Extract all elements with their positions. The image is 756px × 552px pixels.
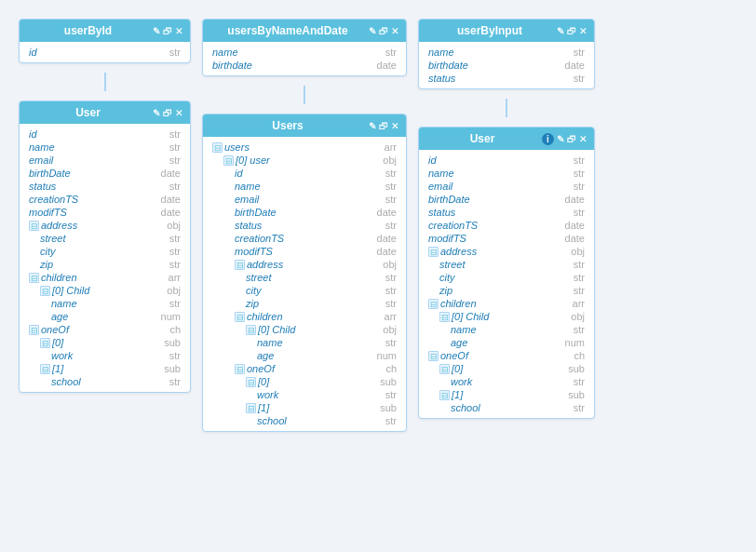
field-name: city bbox=[428, 272, 455, 283]
field-name: ⊟[0] bbox=[428, 363, 463, 374]
expand-icon[interactable]: ⊟ bbox=[439, 312, 450, 322]
card-usersbyname-title: usersByNameAndDate bbox=[210, 24, 365, 37]
expand-icon[interactable]: ⊟ bbox=[29, 221, 39, 231]
card-userbyinput-icons[interactable]: ✎ 🗗 ✕ bbox=[557, 26, 587, 36]
expand-icon[interactable]: ⊟ bbox=[428, 299, 439, 309]
field-name: ⊟address bbox=[29, 220, 77, 231]
expand-icon[interactable]: ⊟ bbox=[246, 377, 256, 387]
card-user-right-body: idstr namestr emailstr birthDatedate sta… bbox=[419, 150, 594, 418]
pencil-icon[interactable]: ✎ bbox=[369, 26, 376, 36]
expand-icon[interactable]: ⊟ bbox=[439, 390, 450, 400]
field-type: str bbox=[169, 350, 181, 361]
field-type: date bbox=[377, 60, 397, 71]
table-row: workstr bbox=[20, 349, 190, 362]
field-name: ⊟oneOf bbox=[29, 324, 69, 335]
table-row: ⊟[0]sub bbox=[419, 362, 594, 375]
field-type: ch bbox=[169, 324, 181, 335]
link-icon[interactable]: 🗗 bbox=[379, 121, 388, 131]
field-name: school bbox=[212, 415, 287, 426]
field-name: zip bbox=[212, 298, 259, 309]
pencil-icon[interactable]: ✎ bbox=[153, 108, 160, 118]
expand-icon[interactable]: ⊟ bbox=[29, 273, 39, 283]
close-icon[interactable]: ✕ bbox=[579, 26, 587, 36]
field-type: arr bbox=[385, 141, 397, 153]
card-userbyid-header: userById ✎ 🗗 ✕ bbox=[20, 20, 190, 42]
card-users-icons[interactable]: ✎ 🗗 ✕ bbox=[369, 121, 398, 131]
field-name: age bbox=[428, 337, 467, 348]
expand-icon[interactable]: ⊟ bbox=[212, 142, 223, 153]
pencil-icon[interactable]: ✎ bbox=[369, 121, 376, 131]
link-icon[interactable]: 🗗 bbox=[567, 134, 576, 144]
close-icon[interactable]: ✕ bbox=[391, 26, 398, 36]
field-type: ch bbox=[385, 363, 397, 374]
table-row: namestr bbox=[20, 297, 190, 310]
close-icon[interactable]: ✕ bbox=[579, 134, 587, 144]
table-row: ⊟[0] userobj bbox=[203, 154, 406, 167]
field-name: age bbox=[212, 350, 274, 361]
field-type: obj bbox=[571, 246, 585, 257]
field-name: status bbox=[212, 220, 262, 231]
expand-icon[interactable]: ⊟ bbox=[40, 286, 50, 296]
table-row: statusstr bbox=[419, 206, 594, 219]
table-row: ⊟oneOfch bbox=[419, 349, 594, 362]
field-name: ⊟address bbox=[212, 259, 283, 270]
expand-icon[interactable]: ⊟ bbox=[235, 312, 245, 322]
pencil-icon[interactable]: ✎ bbox=[557, 26, 564, 36]
field-name: zip bbox=[428, 285, 452, 296]
link-icon[interactable]: 🗗 bbox=[567, 26, 576, 36]
link-icon[interactable]: 🗗 bbox=[163, 108, 172, 118]
field-type: str bbox=[169, 141, 181, 153]
table-row: ⊟usersarr bbox=[203, 141, 406, 154]
field-type: str bbox=[169, 233, 181, 244]
field-type: num bbox=[377, 350, 397, 361]
close-icon[interactable]: ✕ bbox=[175, 26, 182, 36]
expand-icon[interactable]: ⊟ bbox=[428, 351, 439, 361]
expand-icon[interactable]: ⊟ bbox=[40, 338, 50, 348]
card-usersbyname-icons[interactable]: ✎ 🗗 ✕ bbox=[369, 26, 398, 36]
field-name: ⊟oneOf bbox=[428, 350, 468, 361]
link-icon[interactable]: 🗗 bbox=[379, 26, 388, 36]
field-type: str bbox=[385, 220, 397, 231]
expand-icon[interactable]: ⊟ bbox=[439, 364, 450, 374]
card-userbyid-icons[interactable]: ✎ 🗗 ✕ bbox=[153, 26, 182, 36]
field-type: num bbox=[161, 311, 181, 322]
table-row: modifTSdate bbox=[203, 245, 406, 258]
expand-icon[interactable]: ⊟ bbox=[246, 403, 256, 413]
expand-icon[interactable]: ⊟ bbox=[235, 260, 245, 270]
field-type: str bbox=[574, 402, 585, 413]
expand-icon[interactable]: ⊟ bbox=[40, 364, 50, 374]
table-row: statusstr bbox=[419, 72, 594, 85]
table-row: ⊟addressobj bbox=[203, 258, 406, 271]
field-name: creationTS bbox=[212, 233, 284, 244]
card-user-left-icons[interactable]: ✎ 🗗 ✕ bbox=[153, 108, 182, 118]
expand-icon[interactable]: ⊟ bbox=[428, 247, 439, 257]
info-icon[interactable]: i bbox=[542, 133, 554, 145]
field-type: str bbox=[169, 246, 181, 257]
card-usersbyname-header: usersByNameAndDate ✎ 🗗 ✕ bbox=[203, 20, 406, 42]
field-type: str bbox=[169, 181, 181, 192]
field-name: modifTS bbox=[29, 207, 67, 218]
pencil-icon[interactable]: ✎ bbox=[153, 26, 160, 36]
field-type: str bbox=[574, 376, 585, 387]
link-icon[interactable]: 🗗 bbox=[163, 26, 172, 36]
field-name: id bbox=[29, 128, 37, 140]
field-name: modifTS bbox=[212, 246, 273, 257]
expand-icon[interactable]: ⊟ bbox=[29, 325, 39, 335]
pencil-icon[interactable]: ✎ bbox=[557, 134, 564, 144]
field-name: id bbox=[428, 155, 437, 166]
card-user-right-icons[interactable]: i ✎ 🗗 ✕ bbox=[542, 133, 587, 145]
field-type: date bbox=[377, 246, 397, 257]
expand-icon[interactable]: ⊟ bbox=[223, 155, 234, 166]
table-row: birthDatedate bbox=[419, 193, 594, 206]
expand-icon[interactable]: ⊟ bbox=[235, 364, 245, 374]
field-type: str bbox=[169, 155, 181, 166]
card-users-header: Users ✎ 🗗 ✕ bbox=[203, 114, 406, 137]
close-icon[interactable]: ✕ bbox=[391, 121, 398, 131]
field-name: id bbox=[212, 168, 243, 179]
close-icon[interactable]: ✕ bbox=[175, 108, 182, 118]
table-row: zipstr bbox=[419, 284, 594, 297]
field-type: sub bbox=[380, 376, 397, 387]
expand-icon[interactable]: ⊟ bbox=[246, 325, 256, 335]
field-name: city bbox=[212, 285, 262, 296]
table-row: streetstr bbox=[203, 271, 406, 284]
